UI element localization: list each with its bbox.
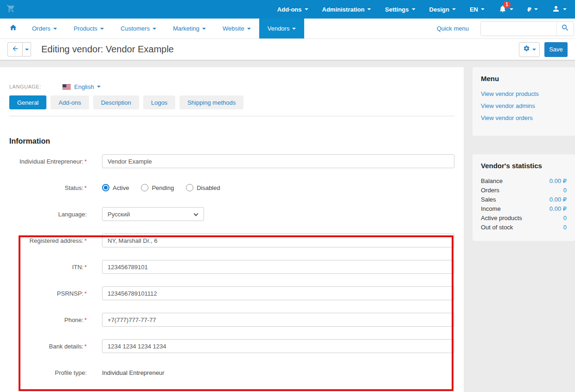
field-label: Individual Entrepreneur:*	[9, 158, 93, 165]
storefront-cart-button[interactable]	[6, 4, 15, 15]
chevron-down-icon	[97, 86, 101, 88]
field-row-itn: ITN:*	[9, 260, 454, 274]
search-input[interactable]	[481, 22, 556, 36]
language-switcher[interactable]: EN	[470, 6, 485, 13]
field-row-bank-details: Bank details:*	[9, 339, 454, 353]
gear-icon	[523, 45, 530, 54]
required-mark: *	[84, 237, 87, 244]
user-icon	[552, 5, 560, 14]
registered-address-input[interactable]	[102, 234, 454, 247]
main-nav: Orders Products Customers Marketing Webs…	[0, 19, 575, 39]
stat-row-out-of-stock: Out of stock 0	[481, 223, 567, 232]
stat-row-sales: Sales 0.00 ₽	[481, 195, 567, 204]
nav-item-label: Customers	[121, 25, 150, 32]
menu-design[interactable]: Design	[429, 6, 456, 13]
stat-label: Income	[481, 204, 501, 214]
menu-settings[interactable]: Settings	[385, 6, 415, 13]
chevron-down-icon	[534, 8, 538, 10]
nav-item-products[interactable]: Products	[65, 19, 112, 38]
radio-label: Disabled	[197, 184, 220, 191]
nav-item-vendors[interactable]: Vendors	[259, 19, 305, 38]
nav-item-marketing[interactable]: Marketing	[165, 19, 214, 38]
home-icon	[9, 24, 17, 33]
chevron-down-icon	[563, 8, 567, 10]
menu-administration[interactable]: Administration	[322, 6, 371, 13]
chevron-down-icon	[25, 49, 29, 51]
tab-description[interactable]: Description	[93, 95, 139, 109]
language-select[interactable]: Русский	[102, 207, 204, 221]
stat-value: 0.00 ₽	[549, 195, 567, 204]
field-row-entrepreneur: Individual Entrepreneur:*	[9, 154, 454, 168]
settings-dropdown-button[interactable]	[519, 42, 540, 57]
tab-shipping-methods[interactable]: Shipping methods	[179, 95, 243, 109]
menu-card-title: Menu	[481, 75, 567, 82]
view-vendor-products-link[interactable]: View vendor products	[481, 88, 567, 100]
chevron-down-icon	[452, 8, 456, 10]
radio-label: Active	[113, 184, 129, 191]
cart-icon	[6, 4, 15, 15]
bank-details-input[interactable]	[102, 339, 454, 353]
radio-unchecked-icon	[186, 184, 193, 191]
chevron-down-icon	[194, 212, 198, 216]
tab-addons[interactable]: Add-ons	[51, 95, 89, 109]
stats-card-title: Vendor's statistics	[481, 162, 567, 170]
menu-design-label: Design	[429, 6, 449, 13]
itn-input[interactable]	[102, 260, 454, 274]
language-label: LANGUAGE:	[9, 84, 63, 89]
back-history-button[interactable]	[23, 42, 31, 57]
required-mark: *	[84, 264, 87, 271]
view-vendor-orders-link[interactable]: View vendor orders	[481, 112, 567, 124]
search-box	[480, 21, 574, 36]
stat-value: 0.00 ₽	[549, 177, 567, 186]
content-language-selector[interactable]: English	[74, 83, 101, 90]
status-option-active[interactable]: Active	[102, 184, 129, 191]
required-mark: *	[84, 158, 87, 165]
phone-input[interactable]	[102, 313, 454, 327]
topbar: Add-ons Administration Settings Design E…	[0, 0, 575, 19]
quick-menu-link[interactable]: Quick menu	[437, 25, 469, 32]
save-button[interactable]: Save	[544, 42, 568, 57]
tab-general[interactable]: General	[9, 95, 46, 109]
stat-label: Out of stock	[481, 223, 513, 232]
field-row-profile-type: Profile type: Individual Entrepreneur	[9, 366, 454, 379]
stat-row-orders: Orders 0	[481, 186, 567, 195]
tab-logos[interactable]: Logos	[143, 95, 175, 109]
language-select-value: Русский	[108, 211, 130, 218]
required-mark: *	[84, 290, 87, 297]
entrepreneur-input[interactable]	[102, 154, 454, 168]
nav-item-label: Vendors	[268, 25, 290, 32]
back-button[interactable]	[7, 42, 23, 57]
radio-label: Pending	[152, 184, 174, 191]
chevron-down-icon	[532, 49, 536, 51]
field-label: Bank details:*	[9, 343, 93, 350]
psrnsp-input[interactable]	[102, 286, 454, 300]
status-radio-group: Active Pending Disabled	[102, 184, 220, 191]
status-option-pending[interactable]: Pending	[141, 184, 174, 191]
status-option-disabled[interactable]: Disabled	[186, 184, 220, 191]
section-title: Information	[9, 137, 454, 145]
stat-value: 0.00 ₽	[549, 204, 567, 214]
stat-row-active-products: Active products 0	[481, 214, 567, 223]
nav-item-label: Products	[74, 25, 97, 32]
search-button[interactable]	[556, 22, 574, 36]
nav-item-orders[interactable]: Orders	[24, 19, 65, 38]
content-language-value: English	[74, 83, 94, 90]
menu-settings-label: Settings	[385, 6, 409, 13]
chevron-down-icon	[367, 8, 371, 10]
field-row-language: Language: Русский	[9, 207, 454, 221]
page-title: Editing vendor: Vendor Example	[41, 44, 174, 55]
user-menu[interactable]	[552, 5, 567, 14]
field-label: Profile type:	[9, 369, 93, 376]
notifications-menu[interactable]: 1	[498, 5, 513, 14]
radio-unchecked-icon	[141, 184, 148, 191]
nav-home[interactable]	[3, 19, 24, 38]
currency-switcher[interactable]: ₽	[527, 6, 538, 13]
nav-item-website[interactable]: Website	[214, 19, 259, 38]
profile-type-value: Individual Entrepreneur	[102, 369, 164, 376]
stat-value: 0	[563, 223, 567, 232]
menu-addons[interactable]: Add-ons	[277, 6, 308, 13]
required-mark: *	[84, 184, 87, 191]
nav-item-customers[interactable]: Customers	[112, 19, 165, 38]
menu-administration-label: Administration	[322, 6, 365, 13]
view-vendor-admins-link[interactable]: View vendor admins	[481, 100, 567, 112]
